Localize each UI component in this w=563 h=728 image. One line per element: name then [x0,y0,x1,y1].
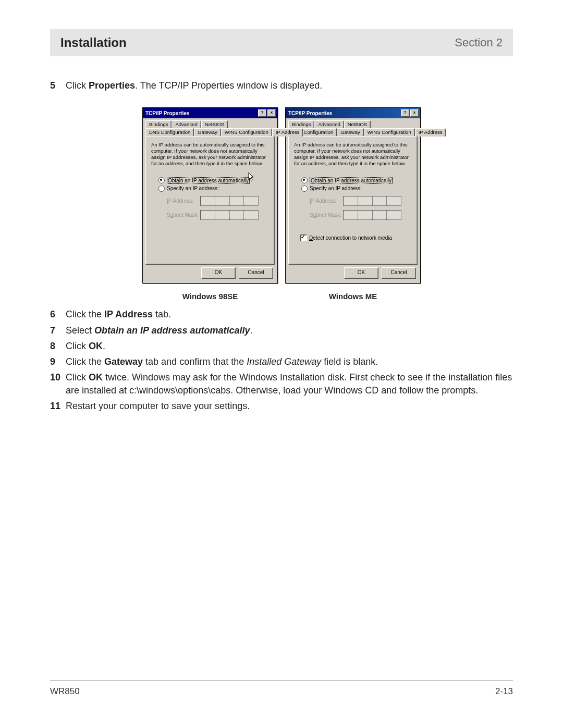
step-text: Click the IP Address tab. [66,308,513,320]
step-number: 7 [50,324,66,337]
help-icon[interactable]: ? [258,109,266,117]
page-title: Installation [60,35,127,50]
tab-bindings[interactable]: Bindings [288,120,314,128]
radio-specify-ip[interactable]: Specify an IP address: [158,186,269,192]
caption-win98: Windows 98SE [142,287,278,301]
checkbox-icon [300,235,307,241]
tab-netbios[interactable]: NetBIOS [201,120,228,128]
close-icon[interactable]: x [410,109,419,117]
dialog-title: TCP/IP Properties [145,110,189,116]
ip-address-input [200,196,259,206]
radio-label: Obtain an IP address automatically [167,177,250,184]
ok-button[interactable]: OK [201,267,236,279]
tab-advanced[interactable]: Advanced [172,120,201,128]
checkbox-label: Detect connection to network media [309,235,392,241]
tab-bindings[interactable]: Bindings [145,120,172,128]
dialog-description: An IP address can be automatically assig… [294,142,412,167]
tab-dns[interactable]: DNS Configuration [145,128,194,136]
dialog-description: An IP address can be automatically assig… [151,142,269,167]
step-11: 11 Restart your computer to save your se… [50,400,513,412]
step-text: Restart your computer to save your setti… [66,400,513,412]
cancel-button[interactable]: Cancel [239,267,273,279]
step-text: Click the Gateway tab and confirm that t… [66,355,513,368]
screenshot-winme: TCP/IP Properties ? x Bindings Advanced … [285,107,421,283]
radio-icon [301,186,308,192]
radio-obtain-auto[interactable]: Obtain an IP address automatically [158,177,269,184]
tab-wins[interactable]: WINS Configuration [221,128,272,136]
step-number: 10 [50,371,66,397]
radio-specify-ip[interactable]: Specify an IP address: [301,186,412,192]
dialog-title: TCP/IP Properties [288,110,332,116]
step-number: 6 [50,308,66,320]
radio-obtain-auto[interactable]: Obtain an IP address automatically [301,177,412,184]
titlebar: TCP/IP Properties ? x [143,108,277,118]
tab-netbios[interactable]: NetBIOS [344,120,371,128]
step-number: 5 [50,79,66,92]
step-number: 8 [50,340,66,352]
label-subnet-mask: Subnet Mask: [310,212,343,218]
step-text: Click OK twice. Windows may ask for the … [66,371,513,397]
checkbox-detect-connection[interactable]: Detect connection to network media [300,235,412,241]
page-footer: WR850 2-13 [50,681,513,697]
radio-icon [158,177,165,183]
section-label: Section 2 [455,36,503,50]
ok-button[interactable]: OK [344,267,378,279]
radio-label: Obtain an IP address automatically [310,177,393,184]
tab-ip-address[interactable]: IP Address [272,128,303,137]
tab-gateway[interactable]: Gateway [337,128,364,136]
subnet-mask-input [343,210,401,220]
step-7: 7 Select Obtain an IP address automatica… [50,324,513,337]
footer-page: 2-13 [495,686,513,697]
titlebar: TCP/IP Properties ? x [286,108,420,118]
step-8: 8 Click OK. [50,340,513,352]
cancel-button[interactable]: Cancel [382,267,416,279]
step-5: 5 Click Properties. The TCP/IP Propertie… [50,79,513,92]
step-text: Click OK. [66,340,513,352]
step-6: 6 Click the IP Address tab. [50,308,513,320]
radio-icon [158,186,165,192]
screenshot-win98: TCP/IP Properties ? x Bindings Advanced … [142,107,278,283]
radio-label: Specify an IP address: [310,186,362,191]
tab-advanced[interactable]: Advanced [314,120,344,128]
close-icon[interactable]: x [267,109,276,117]
subnet-mask-input [200,210,259,220]
footer-model: WR850 [50,686,80,697]
step-number: 9 [50,355,66,368]
step-text: Click Properties. The TCP/IP Properties … [66,79,513,92]
page-header: Installation Section 2 [50,29,513,56]
step-10: 10 Click OK twice. Windows may ask for t… [50,371,513,397]
radio-label: Specify an IP address: [167,186,219,191]
help-icon[interactable]: ? [401,109,409,117]
ip-address-input [343,196,401,206]
tab-gateway[interactable]: Gateway [194,128,221,136]
label-subnet-mask: Subnet Mask: [167,212,200,218]
caption-winme: Windows ME [285,287,421,301]
step-number: 11 [50,400,66,412]
radio-icon [301,177,308,183]
tab-wins[interactable]: WINS Configuration [364,128,415,136]
label-ip-address: IP Address: [310,198,343,204]
label-ip-address: IP Address: [167,198,200,204]
tab-ip-address[interactable]: IP Address [415,128,446,137]
step-text: Select Obtain an IP address automaticall… [66,324,513,337]
step-9: 9 Click the Gateway tab and confirm that… [50,355,513,368]
